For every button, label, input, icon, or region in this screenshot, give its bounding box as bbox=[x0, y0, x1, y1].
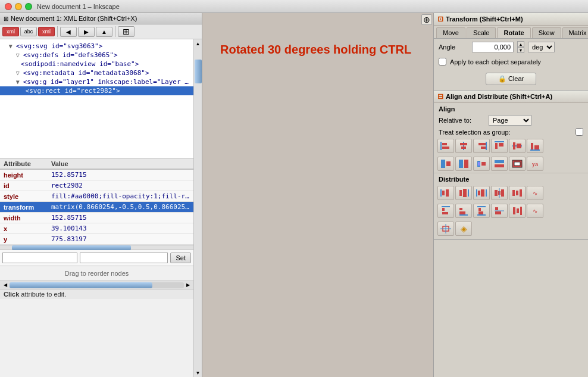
dist-btn-11[interactable] bbox=[509, 204, 526, 218]
tree-item-defs[interactable]: ▽ <svg:defs id="defs3065"> bbox=[0, 51, 193, 60]
attr-row-width[interactable]: width 152.85715 bbox=[0, 213, 193, 223]
tab-skew[interactable]: Skew bbox=[532, 27, 561, 38]
xml-btn-1[interactable]: xml bbox=[2, 27, 19, 36]
tree-toggle-svg[interactable]: ▼ bbox=[9, 43, 16, 49]
attr-row-y[interactable]: y 775.83197 bbox=[0, 234, 193, 245]
nav-up-btn[interactable]: ▲ bbox=[96, 27, 112, 37]
tab-matrix[interactable]: Matrix bbox=[562, 27, 588, 38]
close-btn[interactable] bbox=[5, 3, 12, 10]
align-top-edges-btn[interactable] bbox=[491, 139, 508, 153]
tree-item-layer[interactable]: ▼ <svg:g id="layer1" inkscape:label="Lay… bbox=[0, 77, 193, 86]
tab-rotate[interactable]: Rotate bbox=[497, 27, 530, 38]
tree-toggle-layer[interactable]: ▼ bbox=[16, 79, 23, 85]
treat-selection-label: Treat selection as group: bbox=[439, 129, 511, 136]
attr-row-style[interactable]: style fill:#aa0000;fill-opacity:1;fill-r… bbox=[0, 191, 193, 202]
tree-item-svg[interactable]: ▼ <svg:svg id="svg3063"> bbox=[0, 42, 193, 51]
transform-title: Transform (Shift+Ctrl+M) bbox=[446, 15, 523, 23]
svg-rect-26 bbox=[495, 164, 504, 167]
svg-rect-33 bbox=[463, 189, 467, 197]
dist-btn-8[interactable] bbox=[455, 204, 472, 218]
status-prefix: Click bbox=[4, 291, 19, 298]
tree-item-metadata[interactable]: ▽ <svg:metadata id="metadata3068"> bbox=[0, 68, 193, 77]
tab-scale[interactable]: Scale bbox=[467, 27, 496, 38]
attr-hscroll[interactable] bbox=[0, 245, 193, 250]
align-btn-11[interactable] bbox=[509, 157, 526, 171]
scroll-left-arrow[interactable]: ◀ bbox=[1, 281, 10, 289]
treat-selection-checkbox[interactable] bbox=[576, 128, 583, 136]
align-center-on-vert-btn[interactable] bbox=[455, 139, 472, 153]
nav-prev-btn[interactable]: ◀ bbox=[60, 27, 77, 37]
attr-set-button[interactable]: Set bbox=[170, 253, 191, 263]
dist-btn-4[interactable] bbox=[491, 186, 508, 200]
dist-btn-12[interactable]: ∿ bbox=[527, 204, 543, 218]
dist-btn-2[interactable] bbox=[455, 186, 472, 200]
zoom-button[interactable]: ⊕ bbox=[421, 14, 432, 25]
dist-btn-9[interactable] bbox=[473, 204, 490, 218]
align-btn-9[interactable] bbox=[473, 157, 490, 171]
vscroll-up-arrow[interactable]: ▲ bbox=[194, 39, 202, 48]
align-left-edges-btn[interactable] bbox=[437, 139, 454, 153]
align-center-on-horiz-btn[interactable] bbox=[509, 139, 526, 153]
clear-btn-label: Clear bbox=[508, 75, 524, 82]
vscroll-down-arrow[interactable]: ▼ bbox=[194, 369, 202, 377]
bottom-scrollbar[interactable]: ◀ ▶ bbox=[0, 281, 193, 289]
nav-next-btn[interactable]: ▶ bbox=[78, 27, 95, 37]
angle-input[interactable] bbox=[472, 42, 514, 52]
attr-row-transform[interactable]: transform matrix(0.8660254,-0.5,0.5,0.86… bbox=[0, 202, 193, 213]
align-bottom-edges-btn[interactable] bbox=[527, 139, 543, 153]
scroll-right-arrow[interactable]: ▶ bbox=[184, 281, 192, 289]
angle-spin-down[interactable]: ▼ bbox=[517, 47, 524, 53]
tree-item-rect[interactable]: <svg:rect id="rect2982"> bbox=[0, 86, 193, 95]
attr-row-height[interactable]: height 152.85715 bbox=[0, 169, 193, 180]
tree-toggle-defs[interactable]: ▽ bbox=[16, 52, 23, 58]
indent-btn[interactable]: ⊞ bbox=[118, 26, 135, 37]
align-right-edges-btn[interactable] bbox=[473, 139, 490, 153]
align-btn-8[interactable] bbox=[455, 157, 472, 171]
maximize-btn[interactable] bbox=[25, 3, 32, 10]
attr-col-header-value: Value bbox=[48, 159, 193, 169]
minimize-btn[interactable] bbox=[15, 3, 22, 10]
dist-btn-12-label: ∿ bbox=[533, 208, 537, 214]
angle-unit-select[interactable]: deg rad bbox=[528, 42, 555, 52]
apply-each-checkbox[interactable] bbox=[439, 58, 446, 66]
tree-item-namedview[interactable]: <sodipodi:namedview id="base"> bbox=[0, 60, 193, 68]
align-btn-10[interactable] bbox=[491, 157, 508, 171]
angle-spin-up[interactable]: ▲ bbox=[517, 41, 524, 47]
dist-btn-3[interactable] bbox=[473, 186, 490, 200]
dist-btn-1[interactable] bbox=[437, 186, 454, 200]
attr-value-height: 152.85715 bbox=[48, 169, 193, 180]
dist-btn-10[interactable] bbox=[491, 204, 508, 218]
align-icons-row2: ya bbox=[434, 155, 588, 173]
align-btn-12-label: ya bbox=[532, 161, 538, 167]
toolbar-sep-1 bbox=[57, 26, 58, 37]
tree-toggle-metadata[interactable]: ▽ bbox=[16, 70, 23, 76]
svg-rect-55 bbox=[477, 214, 486, 216]
xml-vscroll[interactable]: ▲ ▼ bbox=[193, 39, 202, 377]
attr-row-x[interactable]: x 39.100143 bbox=[0, 223, 193, 234]
attr-name-x: x bbox=[0, 223, 48, 234]
attr-name-y: y bbox=[0, 234, 48, 245]
relative-to-row: Relative to: Page Drawing Selection bbox=[434, 114, 588, 127]
svg-rect-18 bbox=[441, 160, 445, 168]
dist-btn-13[interactable] bbox=[437, 222, 454, 236]
attr-value-x: 39.100143 bbox=[48, 223, 193, 234]
attr-row-id[interactable]: id rect2982 bbox=[0, 180, 193, 191]
xml-btn-3[interactable]: xml bbox=[38, 27, 55, 36]
clear-button[interactable]: 🔒 Clear bbox=[486, 73, 536, 85]
attr-value-input[interactable] bbox=[80, 253, 168, 263]
align-btn-12[interactable]: ya bbox=[527, 157, 543, 171]
svg-rect-50 bbox=[459, 211, 465, 214]
attr-input-row: Set bbox=[0, 250, 193, 266]
dist-icons-row2: ∿ bbox=[434, 202, 588, 220]
tab-move[interactable]: Move bbox=[436, 27, 465, 38]
dist-btn-5[interactable] bbox=[509, 186, 526, 200]
attr-panel: Attribute Value height 152.85715 id bbox=[0, 158, 193, 266]
dist-btn-6[interactable]: ∿ bbox=[527, 186, 543, 200]
relative-to-select[interactable]: Page Drawing Selection bbox=[489, 115, 531, 126]
xml-btn-2[interactable]: abc bbox=[20, 27, 37, 36]
align-btn-7[interactable] bbox=[437, 157, 454, 171]
dist-btn-14[interactable]: ◈ bbox=[455, 222, 472, 236]
toolbar-sep-2 bbox=[115, 26, 115, 37]
attr-name-input[interactable] bbox=[2, 253, 77, 263]
dist-btn-7[interactable] bbox=[437, 204, 454, 218]
